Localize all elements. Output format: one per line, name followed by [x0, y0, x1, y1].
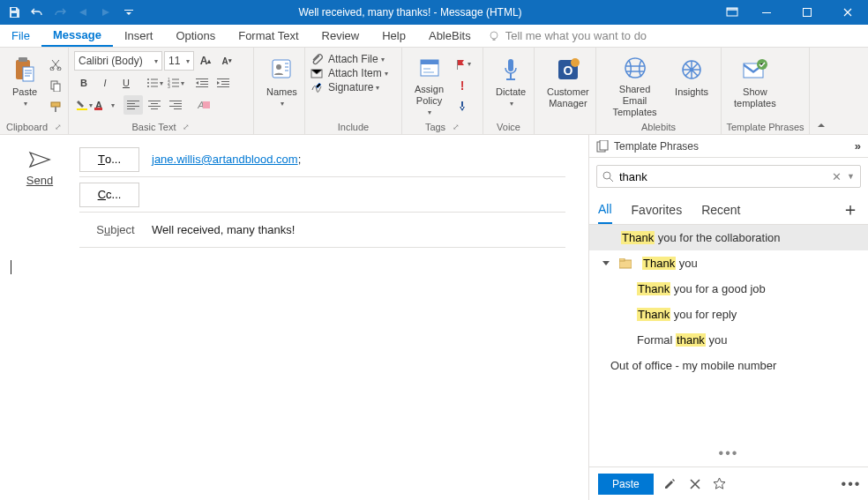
- template-item[interactable]: Thank you: [589, 250, 868, 276]
- followup-flag-icon[interactable]: ▾: [453, 55, 472, 74]
- paste-button[interactable]: Paste ▾: [5, 53, 44, 118]
- names-button[interactable]: Names▾: [259, 53, 304, 118]
- cut-icon[interactable]: [46, 55, 65, 74]
- low-importance-icon[interactable]: [453, 97, 472, 116]
- template-item[interactable]: Out of office - my mobile number: [589, 353, 868, 378]
- increase-indent-icon[interactable]: [213, 73, 233, 93]
- template-item[interactable]: Thank you for reply: [589, 302, 868, 327]
- ribbon-display-icon[interactable]: [718, 0, 746, 25]
- favorite-template-icon[interactable]: [712, 476, 728, 492]
- tab-review[interactable]: Review: [311, 25, 371, 47]
- maximize-icon[interactable]: [787, 0, 827, 25]
- svg-rect-30: [203, 101, 210, 108]
- grow-font-icon[interactable]: A▴: [196, 51, 215, 71]
- templates-search-input[interactable]: [619, 170, 827, 183]
- template-item[interactable]: Formal thank you: [589, 327, 868, 353]
- show-templates-button[interactable]: Show templates: [727, 53, 783, 118]
- redo-icon[interactable]: [51, 3, 69, 22]
- tab-message[interactable]: Message: [41, 25, 113, 47]
- prev-icon[interactable]: [74, 3, 92, 22]
- tab-ablebits[interactable]: AbleBits: [417, 25, 483, 47]
- send-button[interactable]: Send: [26, 151, 53, 187]
- qat-more-icon[interactable]: [120, 3, 138, 22]
- templates-tab-all[interactable]: All: [598, 195, 612, 224]
- decrease-indent-icon[interactable]: [192, 73, 212, 93]
- align-left-icon[interactable]: [123, 95, 143, 115]
- svg-rect-9: [23, 67, 34, 81]
- bullets-icon[interactable]: ▾: [145, 73, 164, 93]
- font-size-select[interactable]: 11▾: [164, 51, 194, 71]
- attach-item-button[interactable]: Attach Item▾: [311, 67, 388, 79]
- window-controls: [718, 0, 868, 25]
- clear-search-icon[interactable]: ✕: [832, 170, 842, 183]
- high-importance-icon[interactable]: !: [453, 76, 472, 95]
- numbering-icon[interactable]: 123▾: [166, 73, 185, 93]
- align-center-icon[interactable]: [145, 95, 164, 115]
- templates-menu-icon[interactable]: •••: [843, 476, 859, 492]
- tab-format-text[interactable]: Format Text: [227, 25, 310, 47]
- paste-template-button[interactable]: Paste: [598, 474, 654, 495]
- dictate-button[interactable]: Dictate▾: [489, 53, 533, 118]
- edit-template-icon[interactable]: [662, 476, 678, 492]
- collapse-ribbon-icon[interactable]: [810, 48, 833, 134]
- templates-pane-title: Template Phrases: [614, 140, 699, 153]
- tell-me-label: Tell me what you want to do: [505, 29, 647, 42]
- highlight-icon[interactable]: ▾: [74, 95, 94, 115]
- save-icon[interactable]: [5, 3, 23, 22]
- svg-rect-29: [94, 108, 102, 110]
- svg-point-42: [571, 58, 580, 67]
- to-button[interactable]: To...: [79, 147, 139, 172]
- ribbon: Paste ▾ Clipboard⤢ Calibri (Body)▾ 11▾ A…: [0, 48, 868, 135]
- signature-button[interactable]: Signature▾: [311, 81, 379, 93]
- svg-rect-0: [11, 13, 17, 17]
- message-body[interactable]: [0, 248, 588, 500]
- svg-rect-13: [54, 84, 60, 92]
- bold-icon[interactable]: B: [74, 73, 94, 93]
- undo-icon[interactable]: [28, 3, 46, 22]
- templates-tab-recent[interactable]: Recent: [701, 195, 740, 224]
- clear-format-icon[interactable]: A: [194, 95, 213, 115]
- expand-pane-icon[interactable]: »: [855, 139, 861, 153]
- template-item[interactable]: Thank you for a good job: [589, 276, 868, 302]
- attach-file-button[interactable]: Attach File▾: [311, 53, 385, 65]
- next-icon[interactable]: [97, 3, 115, 22]
- insights-button[interactable]: Insights: [668, 53, 715, 118]
- svg-rect-2: [727, 8, 737, 11]
- svg-rect-27: [172, 86, 179, 87]
- align-right-icon[interactable]: [166, 95, 185, 115]
- font-color-icon[interactable]: A▾: [95, 95, 115, 115]
- tab-options[interactable]: Options: [164, 25, 227, 47]
- svg-rect-19: [151, 83, 158, 84]
- tab-file[interactable]: File: [0, 25, 41, 47]
- copy-icon[interactable]: [46, 76, 65, 95]
- templates-search[interactable]: ✕ ▼: [596, 165, 861, 188]
- cc-button[interactable]: Cc...: [79, 183, 139, 207]
- italic-icon[interactable]: I: [95, 73, 115, 93]
- customer-manager-button[interactable]: O Customer Manager: [540, 53, 596, 118]
- search-icon: [602, 171, 614, 183]
- underline-icon[interactable]: U: [116, 73, 136, 93]
- delete-template-icon[interactable]: [687, 476, 703, 492]
- font-name-select[interactable]: Calibri (Body)▾: [74, 51, 162, 71]
- template-item[interactable]: Thank you for the collaboration: [589, 225, 868, 250]
- svg-rect-4: [804, 9, 812, 17]
- tell-me[interactable]: Tell me what you want to do: [488, 25, 647, 47]
- svg-rect-25: [172, 83, 179, 84]
- group-basic-text: Calibri (Body)▾ 11▾ A▴ A▾ B I U ▾ 123▾ ▾…: [69, 48, 254, 134]
- svg-rect-8: [19, 57, 27, 62]
- tab-help[interactable]: Help: [370, 25, 417, 47]
- templates-tab-favorites[interactable]: Favorites: [632, 195, 683, 224]
- templates-more-icon[interactable]: •••: [589, 444, 868, 466]
- tab-insert[interactable]: Insert: [113, 25, 165, 47]
- assign-policy-button[interactable]: Assign Policy▾: [408, 53, 451, 118]
- format-painter-icon[interactable]: [46, 97, 65, 116]
- shrink-font-icon[interactable]: A▾: [217, 51, 236, 71]
- minimize-icon[interactable]: [746, 0, 787, 25]
- subject-field[interactable]: Well received, many thanks!: [152, 223, 565, 236]
- shared-email-templates-button[interactable]: Shared Email Templates: [602, 53, 668, 118]
- svg-point-16: [147, 78, 149, 80]
- add-template-button[interactable]: ＋: [842, 198, 859, 221]
- to-field[interactable]: jane.willis@artandblood.com;: [152, 153, 565, 166]
- search-options-icon[interactable]: ▼: [847, 172, 855, 181]
- close-icon[interactable]: [827, 0, 868, 25]
